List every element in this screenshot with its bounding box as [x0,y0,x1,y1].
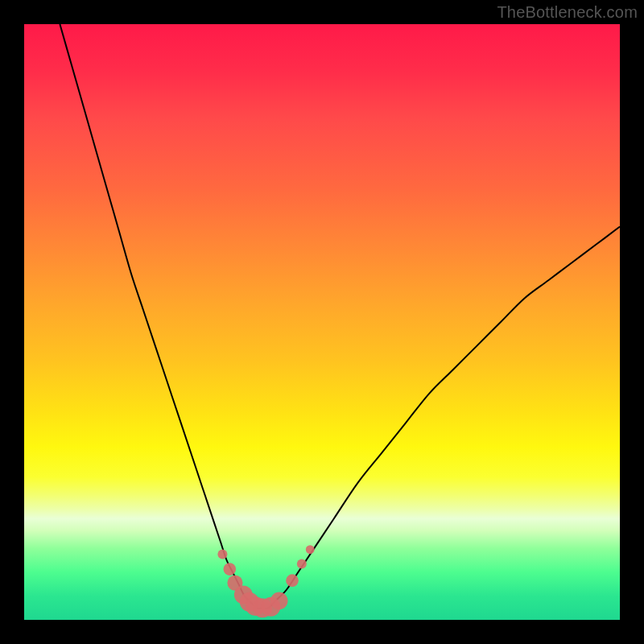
plot-area [24,24,620,620]
curve-marker [286,574,299,587]
curve-marker [217,550,227,559]
bottleneck-curve [60,24,620,609]
curve-marker [224,563,237,576]
watermark-text: TheBottleneck.com [497,3,638,22]
curve-marker [297,559,307,568]
curve-markers [217,545,314,617]
chart-frame: TheBottleneck.com [0,0,644,644]
curve-marker [306,545,315,554]
chart-svg [24,24,620,620]
curve-marker [270,592,288,610]
